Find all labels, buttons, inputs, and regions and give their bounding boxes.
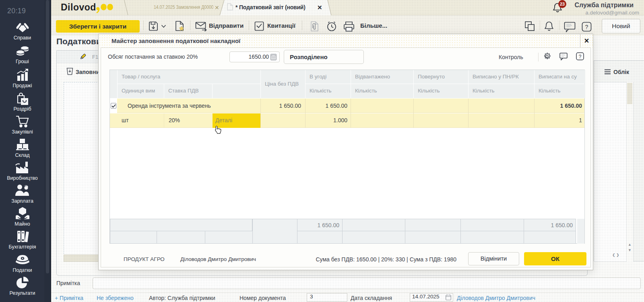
svg-text:?: ?: [585, 24, 588, 30]
svg-text:?: ?: [579, 54, 582, 60]
